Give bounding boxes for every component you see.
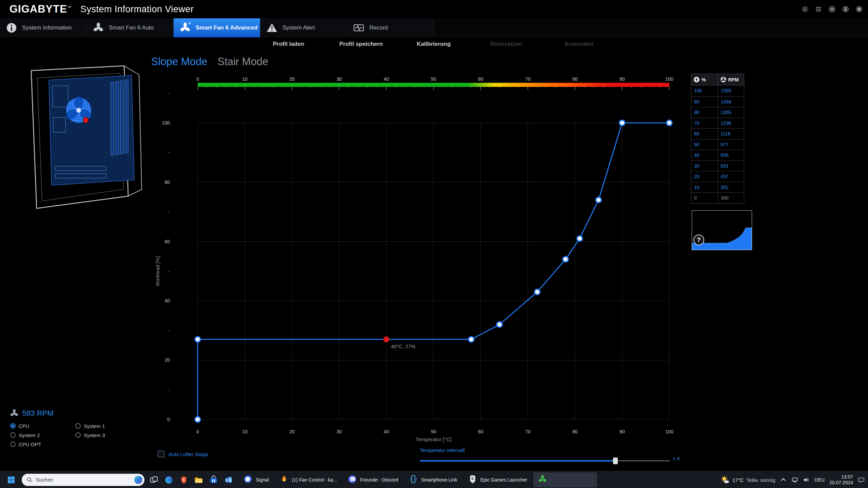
clock[interactable]: 13:07 20.07.2024 (829, 474, 853, 486)
taskbar-app-epic-games[interactable]: EEpic Games Launcher (463, 472, 532, 487)
auto-fan-stop-label: Auto Lüfter Stopp (169, 451, 208, 457)
rpm-table-row[interactable]: 701236 (691, 118, 744, 129)
slope-mode-tab[interactable]: Slope Mode (151, 56, 207, 68)
volume-icon[interactable] (803, 476, 810, 483)
brave-icon[interactable] (176, 472, 191, 487)
rpm-cell: 302 (718, 182, 744, 193)
fan-option-cpu[interactable]: CPU (10, 423, 75, 429)
outlook-icon[interactable] (221, 472, 236, 487)
slider-handle[interactable] (613, 457, 618, 464)
taskbar-app-fan-control[interactable]: (1) Fan Control - ka... (275, 472, 342, 487)
rpm-table-row[interactable]: 10302 (691, 182, 744, 193)
svg-text:-: - (168, 209, 170, 214)
notification-center-icon[interactable] (858, 476, 865, 483)
rpm-table-row[interactable]: 801355 (691, 107, 744, 118)
keyboard-language[interactable]: DEU (814, 477, 825, 483)
curve-point[interactable] (577, 236, 583, 241)
mode-switch: Slope Mode Stair Mode (151, 56, 268, 68)
file-explorer-icon[interactable] (191, 472, 206, 487)
toolbar-r-cksetzen: Rücksetzen (470, 38, 542, 51)
selected-point-annotation: 40°C, 27% (391, 343, 415, 349)
workload-cell: 90 (691, 97, 718, 107)
auto-fan-stop-checkbox[interactable] (158, 451, 164, 457)
tab-record[interactable]: Record (347, 18, 434, 37)
rpm-table-row[interactable]: 30631 (691, 161, 744, 171)
minimize-button[interactable] (828, 5, 836, 13)
svg-text:0: 0 (167, 417, 170, 422)
rpm-table-row[interactable]: 1001555 (691, 86, 744, 96)
fan-curve-chart[interactable]: 0102030405060708090100020406080100------… (153, 71, 692, 475)
fan-option-cpu-opt[interactable]: CPU OPT (10, 441, 75, 447)
microsoft-store-icon[interactable] (206, 472, 221, 487)
curve-point[interactable] (535, 289, 540, 295)
svg-text:100: 100 (665, 429, 673, 434)
svg-text:60: 60 (478, 429, 484, 434)
menu-icon[interactable] (814, 5, 823, 13)
svg-text:60: 60 (478, 76, 484, 82)
taskbar-search[interactable]: Suchen (22, 474, 144, 486)
clock-time: 13:07 (829, 474, 853, 480)
close-button[interactable] (855, 5, 863, 13)
temperature-interval-slider[interactable] (420, 457, 670, 464)
rpm-table-row[interactable]: 20437 (691, 171, 744, 182)
auto-fan-stop: Auto Lüfter Stopp (158, 451, 208, 457)
info-button[interactable] (842, 5, 850, 13)
app-title: System Information Viewer (80, 4, 194, 15)
tab-smart-fan-6-advanced[interactable]: +Smart Fan 6 Advanced (174, 18, 260, 37)
pinned-apps (146, 472, 236, 487)
weather-widget[interactable]: 17°C Teilw. sonnig (720, 475, 775, 485)
rpm-table-row[interactable]: 601116 (691, 128, 744, 139)
stair-mode-tab[interactable]: Stair Mode (217, 56, 268, 68)
rpm-table-row[interactable]: 50977 (691, 139, 744, 150)
help-button[interactable]: ? (693, 234, 704, 245)
curve-point[interactable] (469, 337, 474, 342)
selected-curve-point[interactable] (383, 337, 389, 342)
workload-cell: 50 (691, 139, 718, 150)
start-button[interactable] (4, 473, 18, 487)
tray-chevron-up-icon[interactable] (780, 476, 787, 483)
toolbar-kalibrierung[interactable]: Kalibrierung (397, 38, 470, 51)
tab-smart-fan-6-auto[interactable]: Smart Fan 6 Auto (87, 18, 174, 37)
toolbar-profil-laden[interactable]: Profil laden (252, 38, 325, 51)
taskbar-app-signal[interactable]: Signal (239, 472, 274, 487)
curve-point[interactable] (563, 257, 568, 262)
curve-point[interactable] (667, 120, 672, 126)
curve-point[interactable] (195, 417, 200, 422)
network-icon[interactable] (791, 476, 798, 483)
radio-icon (10, 432, 16, 438)
rpm-table-row[interactable]: 40835 (691, 150, 744, 161)
rpm-table-row[interactable]: 0300 (691, 192, 744, 203)
tab-system-information[interactable]: System Information (0, 18, 87, 37)
edge-icon[interactable] (161, 472, 176, 487)
tab-system-alert[interactable]: System Alert (260, 18, 347, 37)
svg-text:70: 70 (525, 76, 531, 82)
slider-track (615, 461, 670, 461)
curve-point[interactable] (497, 322, 502, 327)
record-icon (353, 22, 365, 34)
curve-point[interactable] (195, 337, 200, 342)
curve-point[interactable] (619, 120, 625, 126)
fan-option-system-1[interactable]: System 1 (75, 423, 140, 429)
fan-option-system-2[interactable]: System 2 (10, 432, 75, 438)
taskbar-app-phone-link[interactable]: Smartphone-Link (404, 472, 462, 487)
rpm-cell: 977 (718, 139, 744, 150)
radio-icon (75, 423, 81, 429)
taskbar-app-system-information-viewer[interactable] (533, 472, 597, 487)
settings-gear-icon[interactable] (801, 5, 809, 13)
tab-bar: System InformationSmart Fan 6 Auto+Smart… (0, 18, 868, 37)
rpm-table-body: 1001555901458801355701236601116509774083… (691, 86, 744, 203)
curve-point[interactable] (596, 197, 601, 203)
workload-cell: 20 (691, 171, 718, 182)
taskbar-app-discord[interactable]: Freunde - Discord (343, 472, 403, 487)
toolbar-anwenden: Anwenden (542, 38, 615, 51)
svg-text:40: 40 (164, 298, 170, 303)
tab-label: System Alert (282, 24, 315, 31)
radio-icon (75, 432, 81, 438)
fan-option-system-3[interactable]: System 3 (75, 432, 140, 438)
rpm-table-row[interactable]: 901458 (691, 96, 744, 107)
toolbar-profil-speichern[interactable]: Profil speichern (325, 38, 397, 51)
task-view-icon[interactable] (146, 472, 161, 487)
rpm-cell: 1555 (718, 86, 744, 96)
svg-text:30: 30 (337, 76, 342, 82)
workload-cell: 30 (691, 161, 718, 171)
